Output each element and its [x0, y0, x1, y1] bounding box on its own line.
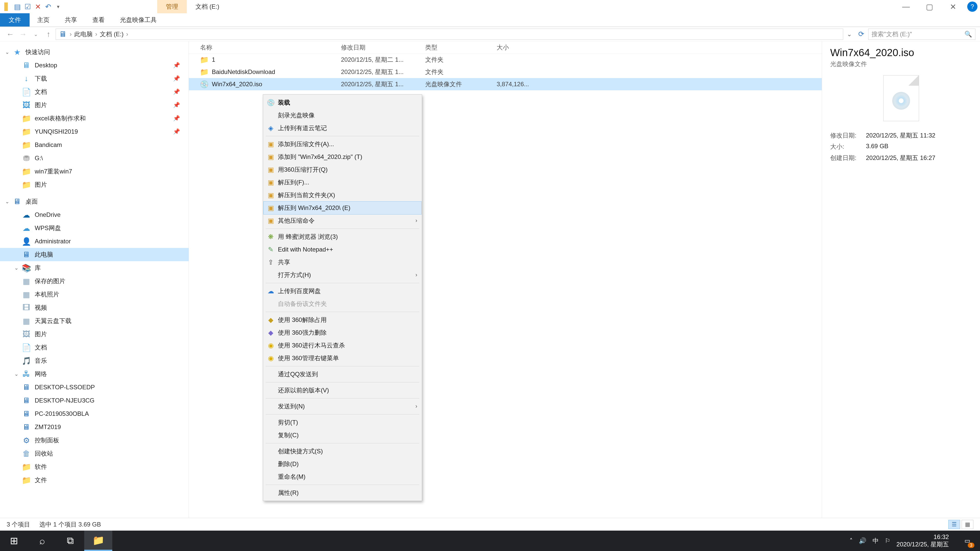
qat-properties-icon[interactable]: ☑	[24, 3, 32, 11]
tree-libraries[interactable]: ⌄📚库	[0, 261, 189, 275]
ctx-mount[interactable]: 💿装载	[264, 96, 422, 109]
task-view-button[interactable]: ⧉	[56, 530, 84, 551]
tree-documents2[interactable]: 📄文档	[0, 341, 189, 354]
refresh-button[interactable]: ⟳	[856, 30, 867, 38]
ctx-other-archive[interactable]: ▣其他压缩命令›	[264, 214, 422, 227]
minimize-button[interactable]: —	[894, 0, 918, 13]
breadcrumb-loc[interactable]: 文档 (E:)	[100, 30, 124, 38]
ctx-restore-previous[interactable]: 还原以前的版本(V)	[264, 384, 422, 397]
tree-saved-pictures[interactable]: ▦保存的图片	[0, 275, 189, 288]
help-icon[interactable]: ?	[967, 2, 977, 12]
tree-downloads[interactable]: ↓下载📌	[0, 72, 189, 85]
tree-documents[interactable]: 📄文档📌	[0, 85, 189, 98]
ctx-qq-send[interactable]: 通过QQ发送到	[264, 368, 422, 381]
breadcrumb-history-dropdown[interactable]: ⌄	[845, 30, 854, 38]
ctx-send-to[interactable]: 发送到(N)›	[264, 400, 422, 413]
action-center-button[interactable]: ▭ 3	[957, 530, 977, 551]
ribbon-tab-file[interactable]: 文件	[0, 13, 30, 27]
view-large-icons-button[interactable]: ▦	[962, 520, 974, 529]
navigation-pane[interactable]: ⌄★快速访问 🖥Desktop📌 ↓下载📌 📄文档📌 🖼图片📌 📁excel表格…	[0, 41, 189, 518]
taskbar-search-button[interactable]: ⌕	[28, 530, 56, 551]
tree-files-folder[interactable]: 📁文件	[0, 473, 189, 487]
ribbon-tab-disc-tools[interactable]: 光盘映像工具	[112, 13, 164, 27]
tree-onedrive[interactable]: ☁OneDrive	[0, 208, 189, 221]
tree-this-pc[interactable]: 🖥此电脑	[0, 248, 189, 261]
close-button[interactable]: ✕	[941, 0, 965, 13]
qat-undo-icon[interactable]: ↶	[44, 3, 52, 11]
tree-videos[interactable]: 🎞视频	[0, 301, 189, 314]
ctx-bee-browser[interactable]: ❋用 蜂蜜浏览器 浏览(3)	[264, 230, 422, 243]
ribbon-tab-share[interactable]: 共享	[57, 13, 85, 27]
col-type[interactable]: 类型	[421, 43, 493, 52]
ctx-notepadpp[interactable]: ✎Edit with Notepad++	[264, 243, 422, 256]
tree-desktop[interactable]: 🖥Desktop📌	[0, 59, 189, 72]
tree-net-pc[interactable]: 🖥DESKTOP-NJEU3CG	[0, 394, 189, 407]
qat-save-icon[interactable]: ▤	[13, 3, 21, 11]
qat-delete-icon[interactable]: ✕	[34, 3, 42, 11]
tree-net-pc[interactable]: 🖥PC-20190530OBLA	[0, 407, 189, 421]
nav-up-button[interactable]: ↑	[43, 29, 54, 40]
taskbar-clock[interactable]: 16:32 2020/12/25, 星期五	[897, 534, 951, 548]
breadcrumb[interactable]: 🖥 › 此电脑 › 文档 (E:) ›	[56, 29, 843, 40]
tree-recycle-bin[interactable]: 🗑回收站	[0, 447, 189, 460]
nav-back-button[interactable]: ←	[5, 29, 16, 40]
tree-excel-folder[interactable]: 📁excel表格制作求和📌	[0, 112, 189, 125]
tray-security-icon[interactable]: ⚐	[885, 537, 891, 545]
ctx-extract-to[interactable]: ▣解压到(F)...	[264, 176, 422, 189]
maximize-button[interactable]: ▢	[918, 0, 941, 13]
view-details-button[interactable]: ☰	[948, 520, 960, 529]
ctx-add-zip[interactable]: ▣添加到 "Win7x64_2020.zip" (T)	[264, 151, 422, 163]
tree-pictures[interactable]: 🖼图片📌	[0, 98, 189, 112]
ctx-delete[interactable]: 删除(D)	[264, 457, 422, 470]
tree-music[interactable]: 🎵音乐	[0, 354, 189, 367]
chevron-down-icon[interactable]: ⌄	[5, 198, 10, 205]
file-row[interactable]: 📁1 2020/12/15, 星期二 1... 文件夹	[189, 54, 822, 66]
ctx-properties[interactable]: 属性(R)	[264, 486, 422, 499]
chevron-down-icon[interactable]: ⌄	[14, 371, 19, 377]
file-row-selected[interactable]: 💿Win7x64_2020.iso 2020/12/25, 星期五 1... 光…	[189, 78, 822, 90]
tree-software-folder[interactable]: 📁软件	[0, 460, 189, 473]
file-row[interactable]: 📁BaiduNetdiskDownload 2020/12/25, 星期五 1.…	[189, 66, 822, 78]
chevron-down-icon[interactable]: ⌄	[14, 265, 19, 271]
nav-forward-button[interactable]: →	[18, 29, 29, 40]
tree-wps[interactable]: ☁WPS网盘	[0, 221, 189, 235]
search-input[interactable]: 搜索"文档 (E:)" 🔍	[868, 29, 975, 40]
search-icon[interactable]: 🔍	[964, 30, 972, 38]
ribbon-tab-home[interactable]: 主页	[30, 13, 57, 27]
nav-recent-dropdown[interactable]: ⌄	[30, 29, 41, 40]
ctx-baidu-upload[interactable]: ☁上传到百度网盘	[264, 285, 422, 297]
ctx-add-archive[interactable]: ▣添加到压缩文件(A)...	[264, 138, 422, 151]
ctx-youdao[interactable]: ◈上传到有道云笔记	[264, 122, 422, 135]
tree-network[interactable]: ⌄🖧网络	[0, 367, 189, 381]
ctx-burn[interactable]: 刻录光盘映像	[264, 109, 422, 122]
tray-volume-icon[interactable]: 🔊	[859, 537, 866, 545]
tree-administrator[interactable]: 👤Administrator	[0, 235, 189, 248]
tree-g-drive[interactable]: ⛃G:\	[0, 151, 189, 165]
ctx-create-shortcut[interactable]: 创建快捷方式(S)	[264, 445, 422, 457]
col-name[interactable]: 名称	[189, 43, 337, 52]
ctx-extract-here[interactable]: ▣解压到当前文件夹(X)	[264, 189, 422, 202]
tree-pictures3[interactable]: 🖼图片	[0, 327, 189, 341]
tree-yunqishi-folder[interactable]: 📁YUNQISHI2019📌	[0, 125, 189, 138]
col-date[interactable]: 修改日期	[337, 43, 421, 52]
tree-bandicam-folder[interactable]: 📁Bandicam	[0, 138, 189, 151]
tray-ime-icon[interactable]: 中	[873, 537, 879, 545]
breadcrumb-pc[interactable]: 此电脑	[74, 30, 93, 38]
tree-net-pc[interactable]: 🖥ZMT2019	[0, 421, 189, 433]
chevron-down-icon[interactable]: ⌄	[5, 49, 10, 55]
ctx-cut[interactable]: 剪切(T)	[264, 416, 422, 429]
ctx-360-unlock[interactable]: ◆使用 360解除占用	[264, 313, 422, 326]
tree-win7-folder[interactable]: 📁win7重装win7	[0, 165, 189, 178]
ctx-360-force-delete[interactable]: ◆使用 360强力删除	[264, 326, 422, 339]
col-size[interactable]: 大小	[493, 43, 559, 52]
tree-quick-access[interactable]: ⌄★快速访问	[0, 45, 189, 59]
tray-overflow-icon[interactable]: ˄	[850, 537, 853, 545]
tree-net-pc[interactable]: 🖥DESKTOP-LSSOEDP	[0, 381, 189, 394]
ctx-360-menu[interactable]: ◉使用 360管理右键菜单	[264, 352, 422, 365]
qat-dropdown-icon[interactable]: ▾	[54, 3, 62, 11]
tree-desktop-root[interactable]: ⌄🖥桌面	[0, 195, 189, 208]
ctx-share[interactable]: ⇪共享	[264, 256, 422, 268]
taskbar-explorer-button[interactable]: 📁	[84, 530, 112, 551]
tree-tianyi[interactable]: ▦天翼云盘下载	[0, 314, 189, 327]
tree-pictures2[interactable]: 📁图片	[0, 178, 189, 191]
